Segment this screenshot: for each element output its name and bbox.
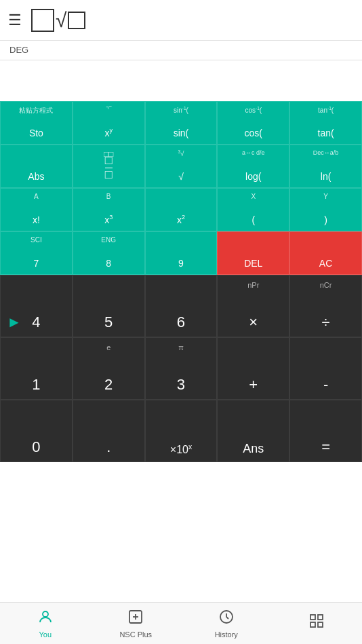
sci-key-sin-top: sin-1(	[174, 106, 188, 114]
sci-key-paste-main: Sto	[29, 128, 43, 138]
sci-key-paste-top: 粘贴方程式	[19, 106, 53, 115]
sci-key-factorial-top: A	[34, 193, 39, 200]
key-3-top: π	[178, 343, 184, 352]
sci-key-open-paren[interactable]: X (	[217, 188, 289, 231]
logo-inner-box	[68, 12, 85, 29]
deg-label: DEG	[9, 45, 28, 55]
key-2-top: e	[106, 343, 110, 352]
nav-grid[interactable]	[272, 603, 363, 644]
sci-key-tan-top: tan-1(	[318, 106, 334, 114]
ac-key[interactable]: AC	[289, 231, 362, 275]
sci-key-paste[interactable]: 粘贴方程式 Sto	[0, 101, 73, 145]
bottom-nav: You NSC Plus History	[0, 602, 362, 644]
key-divide[interactable]: nCr ÷	[289, 275, 362, 337]
key-sci-notation-label: ×10x	[170, 443, 192, 456]
key-2[interactable]: e 2	[73, 337, 145, 400]
sci-key-8[interactable]: ENG 8	[73, 231, 145, 275]
scientific-keypad: 粘贴方程式 Sto ⌝‾ xy sin-1( sin( cos-1( cos( …	[0, 101, 362, 275]
sci-key-xcubed-top: B	[106, 193, 111, 200]
sci-key-sin[interactable]: sin-1( sin(	[145, 101, 218, 145]
svg-rect-8	[318, 622, 323, 627]
sci-key-fraction-top: □□	[104, 149, 114, 159]
ac-key-label: AC	[319, 258, 332, 269]
sci-key-close-paren[interactable]: Y )	[289, 188, 362, 231]
key-3-label: 3	[177, 376, 185, 394]
sci-key-ln[interactable]: Dec↔a/b ln(	[289, 145, 362, 188]
sci-key-sin-main: sin(	[174, 128, 189, 138]
key-1-label: 1	[32, 376, 40, 394]
key-minus[interactable]: -	[289, 337, 362, 400]
key-0[interactable]: 0	[0, 400, 73, 462]
sci-key-nth-root-main: xy	[104, 127, 113, 138]
sci-key-xcubed[interactable]: B x3	[73, 188, 145, 231]
main-keypad: 4 5 6 nPr × nCr ÷ 1 e 2 π 3 + - 0 . ×10x…	[0, 275, 362, 462]
sci-key-nth-root[interactable]: ⌝‾ xy	[73, 101, 145, 145]
sci-key-9[interactable]: 9	[145, 231, 218, 275]
grid-icon	[308, 613, 325, 632]
sci-key-7-top: SCI	[31, 236, 42, 244]
logo-box	[31, 9, 54, 32]
key-sci-notation[interactable]: ×10x	[145, 400, 218, 462]
sci-key-ln-top: Dec↔a/b	[313, 149, 339, 156]
sci-key-8-top: ENG	[101, 236, 116, 244]
sci-key-factorial-main: x!	[33, 214, 40, 225]
key-1[interactable]: 1	[0, 337, 73, 400]
key-5-label: 5	[104, 314, 113, 331]
sci-key-log[interactable]: a↔c d/e log(	[217, 145, 289, 188]
key-minus-label: -	[323, 376, 328, 394]
key-ans-label: Ans	[243, 442, 264, 456]
key-4[interactable]: 4	[0, 275, 73, 337]
sci-key-abs-main: Abs	[28, 171, 44, 182]
nav-nsc-plus[interactable]: NSC Plus	[91, 603, 182, 644]
key-6[interactable]: 6	[145, 275, 218, 337]
sci-key-tan-main: tan(	[318, 128, 334, 138]
nav-nsc-plus-label: NSC Plus	[119, 630, 152, 639]
sci-key-cbrt[interactable]: 3√ √	[145, 145, 218, 188]
key-dot[interactable]: .	[73, 400, 145, 462]
del-key[interactable]: DEL	[217, 231, 289, 275]
key-4-label: 4	[32, 314, 40, 331]
nav-history-label: History	[215, 630, 238, 639]
plus-square-icon	[127, 609, 144, 628]
sci-key-abs[interactable]: Abs	[0, 145, 73, 188]
sci-key-8-main: 8	[106, 258, 111, 269]
key-equals[interactable]: =	[289, 400, 362, 462]
sci-key-7[interactable]: SCI 7	[0, 231, 73, 275]
key-3[interactable]: π 3	[145, 337, 218, 400]
sci-key-xcubed-main: x3	[104, 214, 113, 225]
sci-key-open-paren-main: (	[252, 214, 255, 225]
menu-icon[interactable]: ☰	[8, 12, 22, 29]
key-equals-label: =	[321, 438, 330, 456]
sci-key-tan[interactable]: tan-1( tan(	[289, 101, 362, 145]
key-multiply[interactable]: nPr ×	[217, 275, 289, 337]
key-divide-label: ÷	[322, 314, 330, 331]
logo-sqrt-symbol: √	[56, 10, 66, 31]
person-icon	[37, 609, 54, 628]
nav-you[interactable]: You	[0, 603, 91, 644]
header: ☰ √	[0, 0, 362, 41]
key-ans[interactable]: Ans	[217, 400, 289, 462]
sci-key-cos-main: cos(	[245, 128, 262, 138]
clock-icon	[218, 609, 235, 628]
key-plus[interactable]: +	[217, 337, 289, 400]
sci-key-ln-main: ln(	[321, 171, 331, 182]
sci-key-close-paren-top: Y	[323, 193, 328, 200]
sci-key-cos[interactable]: cos-1( cos(	[217, 101, 289, 145]
sci-key-xsquared-main: x2	[177, 214, 185, 225]
key-multiply-top: nPr	[247, 281, 259, 289]
sci-key-7-main: 7	[34, 258, 39, 269]
del-key-label: DEL	[244, 258, 262, 269]
sci-key-xsquared[interactable]: x2	[145, 188, 218, 231]
logo: √	[31, 9, 85, 32]
sci-key-cbrt-top: 3√	[178, 149, 184, 157]
key-plus-label: +	[249, 376, 258, 394]
nav-history[interactable]: History	[181, 603, 272, 644]
nav-you-label: You	[39, 630, 52, 639]
key-dot-label: .	[106, 438, 110, 456]
sci-key-open-paren-top: X	[251, 193, 256, 200]
key-5[interactable]: 5	[73, 275, 145, 337]
svg-rect-5	[310, 615, 315, 620]
sci-key-nth-root-top: ⌝‾	[106, 106, 111, 113]
sci-key-factorial[interactable]: A x!	[0, 188, 73, 231]
sci-key-fraction[interactable]: □□ □□	[73, 145, 145, 188]
